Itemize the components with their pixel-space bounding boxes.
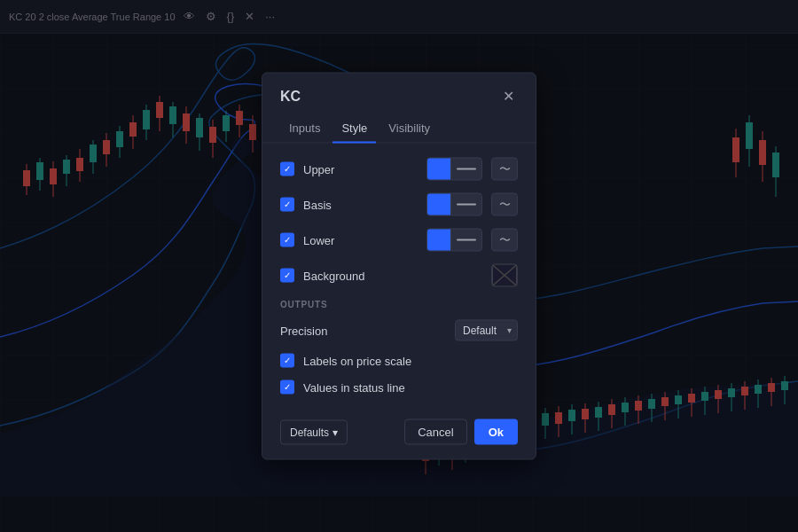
basis-row: ✓ Basis 〜 <box>280 193 518 216</box>
values-status-line-checkbox[interactable]: ✓ <box>280 380 294 395</box>
modal-tabs: Inputs Style Visibility <box>262 114 536 144</box>
modal-close-button[interactable]: ✕ <box>499 88 518 106</box>
modal-header: KC ✕ <box>262 74 536 114</box>
basis-label: Basis <box>303 198 418 211</box>
basis-checkmark: ✓ <box>284 200 291 209</box>
precision-select[interactable]: Default 0 1 2 3 4 <box>455 320 518 341</box>
upper-checkbox[interactable]: ✓ <box>280 162 294 176</box>
lower-checkbox[interactable]: ✓ <box>280 233 294 247</box>
upper-color-btn[interactable] <box>426 158 482 181</box>
lower-label: Lower <box>303 233 418 246</box>
lower-line-section <box>450 230 481 251</box>
upper-color-box <box>427 158 450 181</box>
upper-line-dash <box>457 168 476 170</box>
basis-line-style-btn[interactable]: 〜 <box>491 193 518 216</box>
lower-row: ✓ Lower 〜 <box>280 229 518 252</box>
defaults-label: Defaults <box>290 426 329 438</box>
lower-line-style-btn[interactable]: 〜 <box>491 229 518 252</box>
basis-color-box <box>427 193 450 216</box>
upper-line-section <box>450 159 481 180</box>
labels-price-scale-label: Labels on price scale <box>303 354 518 367</box>
upper-row: ✓ Upper 〜 <box>280 158 518 181</box>
lower-checkmark: ✓ <box>284 236 291 245</box>
cancel-button[interactable]: Cancel <box>404 419 466 445</box>
basis-checkbox[interactable]: ✓ <box>280 198 294 212</box>
background-checkbox[interactable]: ✓ <box>280 269 294 283</box>
defaults-button[interactable]: Defaults ▾ <box>280 419 348 444</box>
tab-inputs[interactable]: Inputs <box>280 114 329 144</box>
ok-button[interactable]: Ok <box>474 419 518 445</box>
background-row: ✓ Background <box>280 264 518 287</box>
labels-checkmark: ✓ <box>284 356 291 365</box>
labels-price-scale-checkbox[interactable]: ✓ <box>280 354 294 368</box>
modal-title: KC <box>280 89 301 105</box>
footer-actions: Cancel Ok <box>404 419 518 445</box>
upper-line-style-btn[interactable]: 〜 <box>491 158 518 181</box>
precision-row: Precision Default 0 1 2 3 4 <box>280 320 518 341</box>
values-checkmark: ✓ <box>284 383 291 392</box>
basis-line-dash <box>457 204 476 206</box>
modal-footer: Defaults ▾ Cancel Ok <box>262 407 536 445</box>
background-checkmark: ✓ <box>284 271 291 280</box>
lower-color-btn[interactable] <box>426 229 482 252</box>
values-status-line-row: ✓ Values in status line <box>280 380 518 395</box>
lower-color-box <box>427 229 450 252</box>
background-color-btn[interactable] <box>491 264 518 287</box>
basis-color-btn[interactable] <box>426 193 482 216</box>
upper-label: Upper <box>303 162 418 176</box>
labels-price-scale-row: ✓ Labels on price scale <box>280 354 518 368</box>
kc-settings-modal: KC ✕ Inputs Style Visibility ✓ Upper 〜 <box>262 73 536 460</box>
modal-content: ✓ Upper 〜 ✓ Basis 〜 <box>262 144 536 395</box>
tab-visibility[interactable]: Visibility <box>379 114 439 144</box>
lower-line-dash <box>457 239 476 241</box>
precision-select-wrapper: Default 0 1 2 3 4 <box>455 320 518 341</box>
precision-label: Precision <box>280 324 446 337</box>
outputs-section-label: OUTPUTS <box>280 300 518 309</box>
defaults-chevron-icon: ▾ <box>332 426 338 438</box>
background-label: Background <box>303 269 482 282</box>
values-status-line-label: Values in status line <box>303 380 518 394</box>
basis-line-section <box>450 194 481 215</box>
upper-checkmark: ✓ <box>284 165 291 174</box>
tab-style[interactable]: Style <box>332 114 376 144</box>
